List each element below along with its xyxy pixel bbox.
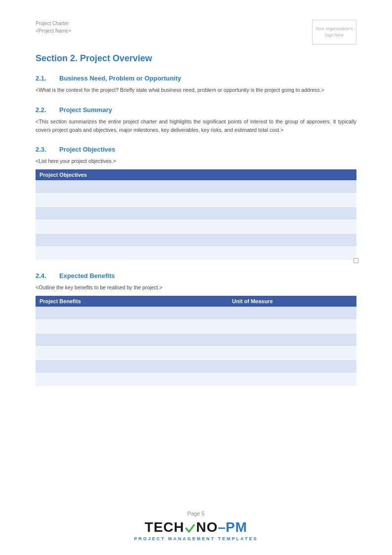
brand-checkmark-icon	[185, 521, 196, 534]
benefits-table-container: Project Benefits Unit of Measure	[36, 296, 356, 387]
section-label-2-3: Project Objectives	[59, 146, 115, 153]
section-2-1: 2.1. Business Need, Problem or Opportuni…	[36, 75, 356, 94]
table-row	[36, 220, 356, 234]
table-row	[36, 333, 356, 346]
benefits-col-header: Project Benefits	[36, 296, 228, 307]
section-intro-2-3: <List here your project objectives.>	[36, 157, 356, 165]
section-2-2: 2.2. Project Summary <This section summa…	[36, 106, 356, 134]
brand-text-no: NO	[196, 519, 218, 535]
project-name: <Project Name>	[36, 27, 71, 35]
section-num-2-1: 2.1.	[36, 75, 59, 82]
section-2-4: 2.4. Expected Benefits <Outline the key …	[36, 272, 356, 387]
section-num-2-2: 2.2.	[36, 106, 59, 114]
objectives-table-container: Project Objectives	[36, 169, 356, 260]
objectives-col-header: Project Objectives	[36, 169, 356, 180]
objectives-table: Project Objectives	[36, 169, 356, 260]
section-label-2-2: Project Summary	[59, 106, 112, 114]
brand-text-pm: PM	[226, 519, 247, 535]
section-label-2-1: Business Need, Problem or Opportunity	[59, 75, 181, 82]
subtitle-2-4: 2.4. Expected Benefits	[36, 272, 356, 279]
table-row	[36, 346, 356, 359]
resize-handle[interactable]	[353, 258, 358, 263]
table-row	[36, 359, 356, 373]
page-header: Project Charter <Project Name> Your orga…	[36, 20, 356, 44]
subtitle-2-3: 2.3. Project Objectives	[36, 146, 356, 153]
section-intro-2-4: <Outline the key benefits to be realised…	[36, 283, 356, 292]
page: Project Charter <Project Name> Your orga…	[0, 0, 392, 555]
table-row	[36, 207, 356, 220]
section-num-2-3: 2.3.	[36, 146, 59, 153]
logo-placeholder: Your organization's logo here	[312, 20, 356, 44]
table-row	[36, 307, 356, 320]
brand-text-techno: TECH	[145, 519, 184, 535]
section-label-2-4: Expected Benefits	[59, 272, 115, 279]
section-body-2-2: <This section summarizes the entire proj…	[36, 118, 356, 134]
table-row	[36, 234, 356, 247]
table-row	[36, 247, 356, 260]
section-num-2-4: 2.4.	[36, 272, 59, 279]
table-row	[36, 194, 356, 207]
subtitle-2-2: 2.2. Project Summary	[36, 106, 356, 114]
table-row	[36, 180, 356, 194]
subtitle-2-1: 2.1. Business Need, Problem or Opportuni…	[36, 75, 356, 82]
benefits-table: Project Benefits Unit of Measure	[36, 296, 356, 387]
table-row	[36, 319, 356, 333]
benefits-table-header: Project Benefits Unit of Measure	[36, 296, 356, 307]
table-row	[36, 373, 356, 386]
measure-col-header: Unit of Measure	[228, 296, 356, 307]
section-2-3: 2.3. Project Objectives <List here your …	[36, 146, 356, 260]
page-footer: Page 5 TECH NO – PM PROJECT MANAGEMENT T…	[0, 511, 392, 541]
brand-logo: TECH NO – PM	[145, 519, 247, 535]
section-body-2-1: <What is the context for the project? Br…	[36, 86, 356, 94]
brand-dash: –	[218, 519, 226, 535]
page-number: Page 5	[188, 511, 205, 516]
doc-info: Project Charter <Project Name>	[36, 20, 71, 35]
section-title: Section 2. Project Overview	[36, 53, 356, 66]
brand-subtitle: PROJECT MANAGEMENT TEMPLATES	[134, 536, 258, 541]
doc-type: Project Charter	[36, 20, 71, 27]
objectives-table-header: Project Objectives	[36, 169, 356, 180]
